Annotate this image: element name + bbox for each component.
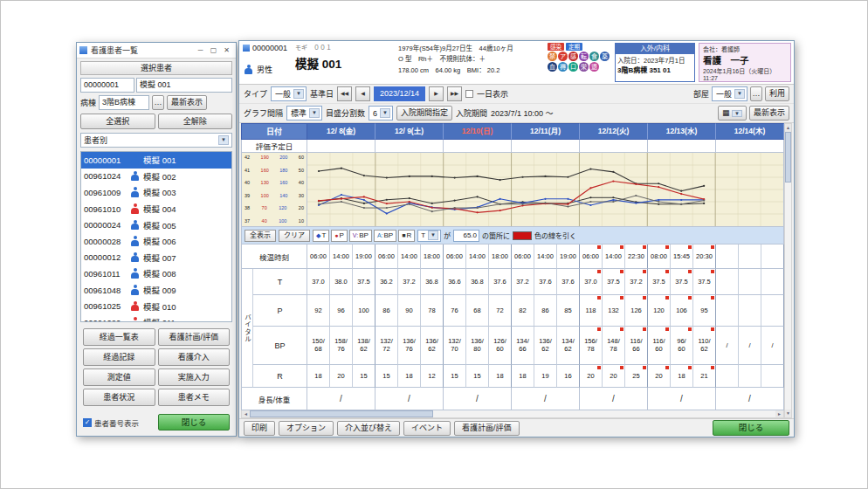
patient-list-titlebar[interactable]: 看護患者一覧 ─ ▢ ✕ bbox=[77, 43, 236, 59]
close-button[interactable]: 閉じる bbox=[158, 414, 230, 430]
time-cell[interactable]: 06:00 bbox=[375, 244, 398, 269]
hscroll-thumb[interactable] bbox=[250, 410, 433, 417]
date-header-cell[interactable]: 12/13(水) bbox=[648, 123, 716, 140]
bp-cell[interactable]: 132/72 bbox=[375, 327, 398, 365]
room-browse-button[interactable]: … bbox=[750, 86, 762, 101]
bp-cell[interactable]: / bbox=[739, 327, 761, 365]
p-cell[interactable]: 118 bbox=[580, 295, 603, 327]
next-week-button[interactable]: ▶▶ bbox=[447, 86, 462, 101]
p-cell[interactable] bbox=[761, 295, 784, 327]
ward-input[interactable]: 3階B病棟 bbox=[99, 95, 149, 110]
patient-select-icon[interactable] bbox=[243, 45, 250, 52]
t-cell[interactable]: 37.2 bbox=[625, 269, 648, 295]
t-cell[interactable]: 37.5 bbox=[693, 269, 716, 295]
admission-period-button[interactable]: 入院期間指定 bbox=[396, 106, 452, 121]
patient-list-item[interactable]: 00961010模擬 004 bbox=[81, 201, 231, 217]
r-cell[interactable]: 15 bbox=[466, 365, 489, 388]
p-cell[interactable]: 90 bbox=[398, 295, 421, 327]
patient-list-item[interactable]: 00000012模擬 007 bbox=[81, 250, 231, 266]
height-weight-cell[interactable]: / bbox=[512, 388, 580, 410]
room-select[interactable]: 一般 ▼ bbox=[712, 86, 747, 101]
bp-cell[interactable]: 156/78 bbox=[580, 327, 603, 365]
height-weight-cell[interactable]: / bbox=[648, 388, 716, 410]
patient-list-item[interactable]: 00000001模擬 001 bbox=[81, 152, 231, 169]
time-cell[interactable]: 18:00 bbox=[421, 244, 444, 269]
t-cell[interactable]: 37.6 bbox=[534, 269, 557, 295]
type-select[interactable]: 一般 ▼ bbox=[271, 86, 307, 101]
action-button[interactable]: 経過一覧表 bbox=[83, 328, 155, 346]
scroll-right-icon[interactable]: ► bbox=[775, 410, 783, 417]
bp-cell[interactable]: 136/62 bbox=[421, 327, 444, 365]
date-header-cell[interactable]: 12/11(月) bbox=[512, 123, 580, 140]
p-cell[interactable]: 86 bbox=[534, 295, 557, 327]
p-cell[interactable]: 86 bbox=[375, 295, 398, 327]
r-cell[interactable] bbox=[739, 365, 761, 388]
date-header-cell[interactable]: 12/10(日) bbox=[444, 123, 512, 140]
prev-day-button[interactable]: ◀ bbox=[355, 86, 370, 101]
t-cell[interactable]: 36.8 bbox=[466, 269, 489, 295]
scroll-down-icon[interactable]: ▼ bbox=[785, 410, 791, 417]
date-header-cell[interactable]: 12/ 8(金) bbox=[307, 123, 375, 140]
t-cell[interactable]: 37.6 bbox=[557, 269, 580, 295]
bp-cell[interactable]: 134/66 bbox=[512, 327, 534, 365]
time-cell[interactable]: 18:00 bbox=[489, 244, 512, 269]
footer-button[interactable]: オプション bbox=[279, 421, 334, 436]
action-button[interactable]: 経過記録 bbox=[83, 348, 155, 366]
action-button[interactable]: 患者メモ bbox=[158, 389, 231, 406]
p-cell[interactable]: 78 bbox=[421, 295, 444, 327]
t-cell[interactable]: 36.2 bbox=[375, 269, 398, 295]
bp-cell[interactable]: 136/80 bbox=[466, 327, 489, 365]
r-cell[interactable]: 20 bbox=[580, 365, 603, 388]
p-cell[interactable]: 106 bbox=[671, 295, 693, 327]
action-button[interactable]: 看護介入 bbox=[158, 348, 231, 366]
patient-number-checkbox[interactable]: ✓ bbox=[83, 418, 92, 427]
base-date-value[interactable]: 2023/12/14 bbox=[374, 86, 425, 101]
r-cell[interactable]: 18 bbox=[512, 365, 534, 388]
bp-cell[interactable]: 116/60 bbox=[648, 327, 671, 365]
close-button[interactable]: 閉じる bbox=[713, 420, 789, 436]
patient-list-item[interactable]: 00961009模擬 003 bbox=[81, 184, 231, 201]
p-cell[interactable]: 72 bbox=[489, 295, 512, 327]
eval-cell[interactable] bbox=[648, 140, 716, 153]
p-cell[interactable]: 85 bbox=[557, 295, 580, 327]
threshold-color-swatch[interactable] bbox=[513, 231, 532, 240]
scroll-up-icon[interactable]: ▲ bbox=[785, 124, 791, 132]
p-cell[interactable]: 132 bbox=[603, 295, 625, 327]
p-cell[interactable]: 82 bbox=[512, 295, 534, 327]
t-cell[interactable]: 37.5 bbox=[353, 269, 375, 295]
bp-cell[interactable]: 110/62 bbox=[693, 327, 716, 365]
scale-divisions-select[interactable]: 6 ▼ bbox=[369, 106, 393, 121]
date-header-cell[interactable]: 12/12(火) bbox=[580, 123, 648, 140]
r-cell[interactable]: 15 bbox=[353, 365, 375, 388]
date-header-cell[interactable]: 12/ 9(土) bbox=[375, 123, 444, 140]
t-cell[interactable]: 37.5 bbox=[648, 269, 671, 295]
patient-list-item[interactable]: 00000024模擬 005 bbox=[81, 217, 231, 233]
bp-cell[interactable]: 116/66 bbox=[625, 327, 648, 365]
t-cell[interactable]: 37.0 bbox=[580, 269, 603, 295]
eval-cell[interactable] bbox=[512, 140, 580, 153]
refresh-button[interactable]: 最新表示 bbox=[167, 95, 207, 110]
series-toggle-t[interactable]: ◆T bbox=[313, 230, 329, 242]
r-cell[interactable]: 16 bbox=[557, 365, 580, 388]
height-weight-cell[interactable]: / bbox=[307, 388, 375, 410]
eval-cell[interactable] bbox=[716, 140, 784, 153]
footer-button[interactable]: 印刷 bbox=[244, 421, 275, 436]
series-toggle-bp[interactable]: A:BP bbox=[374, 230, 396, 242]
time-cell[interactable]: 14:00 bbox=[398, 244, 421, 269]
height-weight-cell[interactable]: / bbox=[375, 388, 444, 410]
r-cell[interactable]: 20 bbox=[330, 365, 353, 388]
ward-browse-button[interactable]: … bbox=[152, 95, 164, 110]
patient-filter-select[interactable]: 患者別 ▼ bbox=[80, 133, 232, 148]
time-cell[interactable]: 06:00 bbox=[580, 244, 603, 269]
series-toggle-p[interactable]: ●P bbox=[331, 230, 348, 242]
eval-cell[interactable] bbox=[444, 140, 512, 153]
patient-list-item[interactable]: 00961024模擬 002 bbox=[81, 169, 231, 185]
r-cell[interactable]: 20 bbox=[648, 365, 671, 388]
use-button[interactable]: 利用 bbox=[765, 86, 789, 101]
time-cell[interactable]: 14:00 bbox=[603, 244, 625, 269]
r-cell[interactable]: 21 bbox=[693, 365, 716, 388]
bp-cell[interactable]: / bbox=[761, 327, 784, 365]
bp-cell[interactable]: 136/62 bbox=[534, 327, 557, 365]
p-cell[interactable] bbox=[716, 295, 739, 327]
threshold-value-input[interactable]: 65.0 bbox=[453, 230, 479, 242]
